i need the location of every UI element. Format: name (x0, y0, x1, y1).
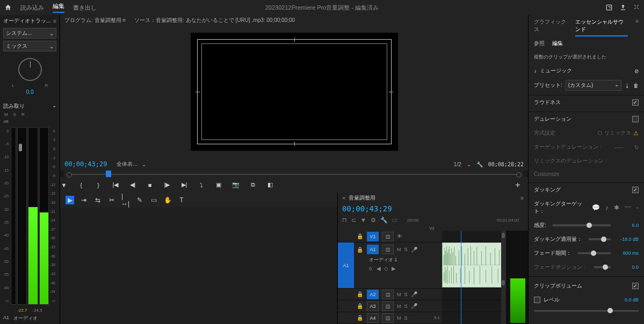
track-target-a4[interactable]: A4 (367, 313, 379, 323)
track-target-a1[interactable]: A1 (367, 245, 379, 254)
lock-icon[interactable]: 🔒 (356, 303, 364, 309)
mute-button[interactable]: M (4, 112, 8, 117)
subtab-browse[interactable]: 参照 (534, 40, 545, 47)
track-target-a2[interactable]: A2 (367, 290, 379, 299)
sequence-tab[interactable]: 音量調整用 (349, 194, 375, 202)
panel-menu-icon[interactable]: ≡ (635, 18, 639, 36)
solo-button[interactable]: S (13, 112, 16, 117)
keyframe-next-icon[interactable]: ▶ (392, 266, 396, 271)
settings-icon[interactable]: ⚙ (371, 217, 376, 224)
zoom-fit[interactable]: 全体表... (117, 160, 137, 168)
close-sequence-icon[interactable]: × (342, 195, 345, 201)
clear-type-icon[interactable]: ⊘ (634, 68, 639, 74)
track-target-a3[interactable]: A3 (367, 301, 379, 311)
keyframe-prev-icon[interactable]: ◀ (377, 266, 381, 271)
duck-ambience-icon[interactable]: 〰 (625, 204, 631, 211)
subtab-edit[interactable]: 編集 (552, 40, 563, 47)
fader-track[interactable] (17, 127, 27, 305)
refresh-icon[interactable]: ↻ (634, 144, 639, 150)
mix-dropdown[interactable]: ミックス⌄ (3, 41, 56, 51)
hand-tool[interactable]: ✋ (163, 196, 172, 204)
quick-export-icon[interactable] (605, 4, 613, 11)
settings-icon[interactable]: 🔧 (476, 161, 483, 167)
ducking-section[interactable]: ダッキング (534, 186, 561, 194)
ducking-checkbox[interactable] (632, 187, 639, 193)
overwrite-button[interactable]: ▣ (215, 181, 222, 189)
track-select-tool[interactable]: ⇥ (79, 196, 88, 204)
rectangle-tool[interactable]: ▭ (149, 196, 158, 204)
fade-slider[interactable] (578, 252, 611, 254)
record-button[interactable]: R (21, 112, 25, 117)
sensitivity-value[interactable]: 6.0 (617, 223, 639, 228)
loudness-section[interactable]: ラウドネス (534, 99, 561, 106)
mark-out-button[interactable]: } (95, 181, 102, 189)
track-a1-tab[interactable]: A1 (3, 315, 9, 322)
output-dropdown[interactable]: システム...⌄ (3, 28, 56, 39)
toggle-output-icon[interactable]: ◫ (382, 232, 394, 241)
automation-mode[interactable]: 読み取り (3, 102, 25, 110)
voice-over-icon[interactable]: 🎤 (411, 247, 417, 253)
button-editor[interactable]: + (514, 181, 522, 189)
timeline-playhead[interactable] (461, 231, 461, 324)
proxy-button[interactable]: ◧ (266, 181, 274, 189)
save-preset-icon[interactable]: ⭳ (625, 83, 630, 89)
pen-tool[interactable]: ✎ (135, 196, 144, 204)
playhead-timecode[interactable]: 00;00;43;29 (64, 160, 107, 168)
ripple-tool[interactable]: ⇆ (93, 196, 102, 204)
duration-checkbox[interactable] (632, 116, 639, 122)
go-to-out-button[interactable]: ▶| (180, 181, 188, 189)
preset-select[interactable]: (カスタム)⌄ (566, 80, 621, 91)
marker-icon[interactable]: ▼ (360, 217, 366, 223)
workspace-tab-export[interactable]: 書き出し (73, 4, 97, 12)
audio-type-music[interactable]: ♪ ミュージック ⊘ (529, 64, 644, 78)
wrench-icon[interactable]: 🔧 (380, 217, 388, 224)
mark-in-button[interactable]: { (77, 181, 85, 189)
lock-icon[interactable]: 🔒 (356, 315, 364, 321)
delete-preset-icon[interactable]: 🗑 (633, 83, 639, 89)
track-audio-tab[interactable]: オーディオ (13, 315, 38, 322)
workspace-tab-edit[interactable]: 編集 (53, 2, 64, 13)
fadepos-slider[interactable] (594, 266, 611, 268)
lock-icon[interactable]: 🔒 (356, 291, 364, 297)
share-icon[interactable] (619, 4, 627, 11)
keyframe-add-icon[interactable]: ◇ (384, 266, 388, 271)
project-panel[interactable] (60, 208, 337, 324)
sensitivity-slider[interactable] (553, 224, 611, 226)
loudness-checkbox[interactable] (632, 99, 639, 106)
pan-value[interactable]: 0.0 (0, 89, 60, 95)
caption-icon[interactable]: cc (392, 217, 398, 223)
toggle-sync-icon[interactable]: ◫ (382, 245, 394, 254)
selection-tool[interactable]: ▶ (66, 196, 74, 204)
duck-unassigned-icon[interactable]: ◦ (636, 204, 639, 211)
mute-button[interactable]: M (397, 247, 401, 252)
program-scrubber[interactable] (64, 171, 524, 177)
slip-tool[interactable]: |↔| (121, 196, 130, 204)
go-to-in-button[interactable]: |◀ (112, 181, 119, 189)
comparison-button[interactable]: ⧉ (249, 181, 257, 189)
src-patch-a1[interactable]: A1 (338, 242, 354, 288)
lock-icon[interactable]: 🔒 (356, 233, 364, 239)
duck-music-icon[interactable]: ♪ (605, 204, 609, 211)
maximize-icon[interactable] (633, 4, 640, 11)
src-patch-v1[interactable] (338, 231, 354, 242)
type-tool[interactable]: T (177, 196, 186, 204)
program-monitor[interactable] (60, 26, 528, 158)
timeline-timecode[interactable]: 00;00;43;29 (338, 203, 528, 214)
workspace-tab-import[interactable]: 読み込み (20, 4, 44, 12)
duck-sfx-icon[interactable]: ✱ (614, 204, 619, 211)
clip-volume-section[interactable]: クリップボリューム (534, 282, 582, 290)
play-button[interactable]: ■ (146, 181, 154, 189)
export-frame-button[interactable]: 📷 (232, 181, 240, 189)
home-icon[interactable] (4, 4, 12, 11)
add-marker-button[interactable]: ▼ (60, 181, 68, 189)
duration-section[interactable]: デュレーション (534, 115, 571, 123)
level-checkbox[interactable] (534, 297, 540, 303)
razor-tool[interactable]: ✂ (107, 196, 116, 204)
snap-icon[interactable]: ⊓ (342, 217, 347, 224)
clip-volume-checkbox[interactable] (632, 283, 639, 289)
scrub-playhead[interactable] (106, 171, 111, 177)
track-target-v1[interactable]: V1 (367, 232, 379, 241)
level-slider[interactable] (534, 310, 639, 312)
duck-dialogue-icon[interactable]: 💬 (592, 204, 600, 211)
linked-selection-icon[interactable]: ⊂ (351, 217, 356, 224)
